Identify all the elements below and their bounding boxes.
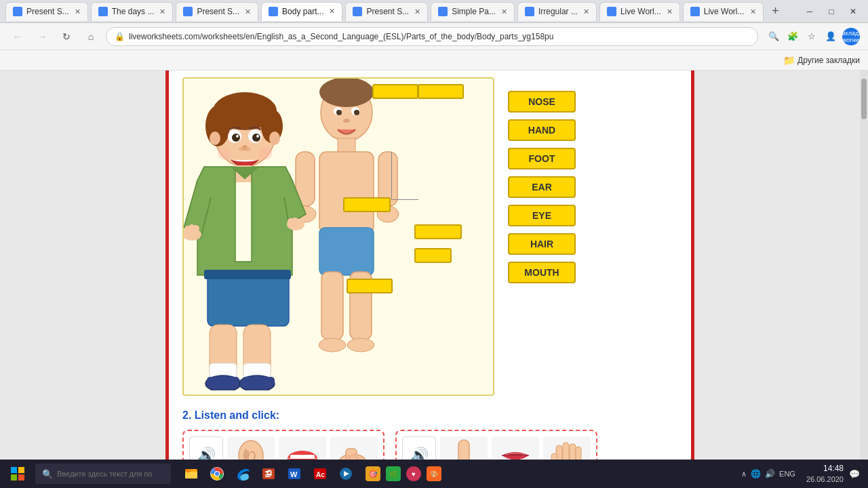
tab-irregular[interactable]: Irregular ... ✕ [517,2,597,21]
taskbar-app-media[interactable] [334,462,358,486]
home-button[interactable]: ⌂ [81,27,100,46]
taskbar-search-icon: 🔍 [42,469,53,479]
close-button[interactable]: ✕ [844,4,863,19]
tab-present-s1[interactable]: Present S... ✕ [5,2,88,21]
tab-close-4[interactable]: ✕ [329,7,335,16]
taskbar-app-extra4[interactable]: 🎨 [425,464,443,483]
refresh-button[interactable]: ↻ [57,27,76,46]
tab-close-5[interactable]: ✕ [414,7,420,16]
chrome-icon [210,466,224,481]
listen-group-1: 🔊 [182,430,384,460]
tab-close-8[interactable]: ✕ [667,7,673,16]
forward-button[interactable]: → [33,27,52,46]
window-controls: ─ □ ✕ [800,4,863,19]
taskbar-apps-2: 🎯 🌿 ♥ 🎨 [363,464,443,483]
new-tab-button[interactable]: + [766,2,785,21]
listen-item-mouth[interactable] [279,436,326,460]
windows-logo-icon [10,466,25,481]
listen-item-foot[interactable] [330,436,378,460]
svg-rect-37 [204,270,291,279]
minimize-button[interactable]: ─ [800,4,819,19]
back-button[interactable]: ← [8,27,27,46]
page-content: NOSE HAND FOOT EAR EYE HAIR MOUTH 2. Lis… [0,70,868,460]
word-hair[interactable]: HAIR [508,233,576,255]
tab-body-parts[interactable]: Body part... ✕ [261,2,342,21]
taskbar-search[interactable]: 🔍 [35,464,171,484]
bookmark-star-icon[interactable]: ☆ [804,29,819,44]
tab-label-8: Live Worl... [620,7,661,16]
tab-present-s5[interactable]: Present S... ✕ [345,2,428,21]
svg-rect-7 [338,138,355,153]
tab-label-7: Irregular ... [538,7,578,16]
scrollbar-right[interactable] [860,70,868,460]
word-hand[interactable]: HAND [508,119,576,141]
tab-live-worl-1[interactable]: Live Worl... ✕ [599,2,680,21]
taskbar-app-acrobat[interactable]: Ac [308,462,332,486]
word-mouth[interactable]: MOUTH [508,262,576,283]
notification-icon[interactable]: 💬 [849,469,860,479]
tab-simple-pa[interactable]: Simple Pa... ✕ [431,2,515,21]
lang-label[interactable]: ENG [779,470,795,478]
tab-present-s3[interactable]: Present S... ✕ [176,2,258,21]
tab-close-7[interactable]: ✕ [583,7,589,16]
url-text: liveworksheets.com/worksheets/en/English… [129,32,749,41]
left-margin [3,70,165,460]
taskbar-apps: W Ac [179,462,358,486]
incognito-profile[interactable]: 1 вкладка инкогнито [842,28,860,45]
listen-item-arm[interactable] [440,436,488,460]
tab-close-6[interactable]: ✕ [501,7,507,16]
address-bar: ← → ↻ ⌂ 🔒 liveworksheets.com/worksheets/… [0,23,868,50]
account-icon[interactable]: 👤 [823,29,838,44]
file-manager-icon [184,466,199,481]
extensions-icon[interactable]: 🧩 [785,29,800,44]
label-arm-right [343,197,391,212]
listen-item-ear[interactable] [227,436,275,460]
bookmarks-other-label[interactable]: Другие закладки [797,56,860,65]
tab-days[interactable]: The days ... ✕ [91,2,174,21]
taskbar-app-files[interactable] [179,462,203,486]
taskbar-app-extra1[interactable]: 🎯 [363,464,382,483]
tab-close-9[interactable]: ✕ [750,7,756,16]
listen-item-lips[interactable] [492,436,539,460]
edge-icon [235,466,250,481]
tab-favicon-4 [269,7,278,16]
svg-rect-74 [18,467,24,473]
svg-point-23 [269,131,280,145]
tab-close-3[interactable]: ✕ [245,7,251,16]
word-foot[interactable]: FOOT [508,148,576,169]
url-bar[interactable]: 🔒 liveworksheets.com/worksheets/en/Engli… [106,27,758,46]
taskbar-app-chrome[interactable] [205,462,229,486]
word-nose[interactable]: NOSE [508,91,576,113]
tray-arrow[interactable]: ∧ [741,470,747,479]
taskbar-app-word[interactable]: W [282,462,307,486]
tab-live-worl-2[interactable]: Live Worl... ✕ [683,2,764,21]
svg-point-6 [343,119,350,123]
tab-close-2[interactable]: ✕ [159,7,165,16]
tab-close-1[interactable]: ✕ [75,7,81,16]
speaker-btn-1[interactable]: 🔊 [189,436,223,460]
svg-rect-76 [18,474,24,481]
speaker-icon-1: 🔊 [197,447,216,460]
extra2-icon: 🌿 [386,466,401,481]
taskbar-app-extra2[interactable]: 🌿 [384,464,403,483]
right-margin [694,70,857,460]
word-eye[interactable]: EYE [508,205,576,226]
speaker-btn-2[interactable]: 🔊 [402,436,436,460]
network-icon: 🌐 [751,469,761,479]
start-button[interactable] [5,462,30,486]
taskbar-search-input[interactable] [57,470,152,478]
time-display[interactable]: 14:48 26.06.2020 [806,463,844,485]
taskbar-app-edge[interactable] [231,462,255,486]
listen-rows: 🔊 [182,430,677,460]
taskbar-app-powerpoint[interactable] [256,462,281,486]
scrollbar-thumb[interactable] [861,79,867,119]
listen-item-hand[interactable] [543,436,591,460]
diagram-left [182,77,494,396]
word-bank: NOSE HAND FOOT EAR EYE HAIR MOUTH [508,77,576,396]
taskbar-app-extra3[interactable]: ♥ [404,464,423,483]
search-icon[interactable]: 🔍 [766,29,781,44]
foot-svg [334,439,374,460]
maximize-button[interactable]: □ [822,4,841,19]
word-ear[interactable]: EAR [508,176,576,198]
tab-favicon-2 [98,7,108,16]
